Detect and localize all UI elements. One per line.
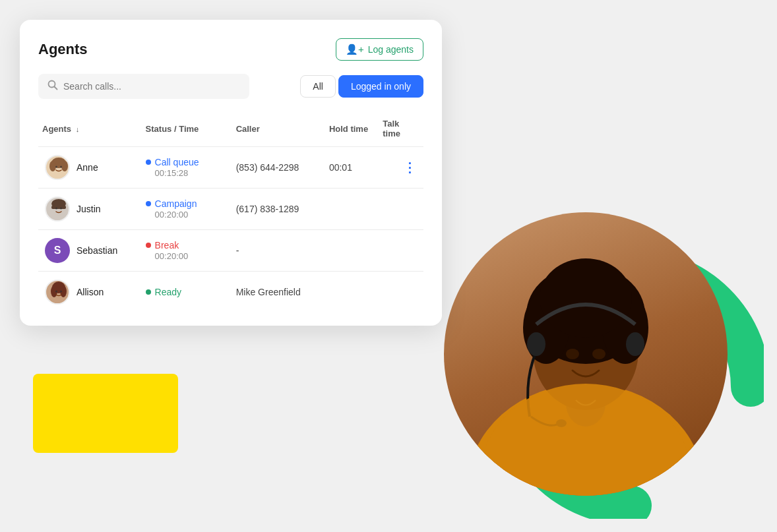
avatar [45, 155, 70, 180]
svg-point-9 [592, 349, 606, 359]
status-cell: Break 00:20:00 [139, 230, 230, 272]
status-time: 00:15:28 [146, 168, 223, 178]
status-dot [146, 289, 151, 295]
scene: Agents 👤+ Log agents All Logged in only [0, 0, 777, 532]
yellow-accent-decoration [33, 374, 178, 453]
hold-time-cell [323, 189, 376, 230]
agent-name: Allison [77, 287, 104, 297]
search-box [38, 74, 249, 99]
table-row: Allison Ready Mike Greenfield [38, 272, 423, 313]
agent-name-cell: Justin [38, 189, 139, 230]
svg-rect-26 [51, 206, 66, 209]
status-dot [146, 201, 151, 206]
table-row: Justin Campaign 00:20:00 (617) 838-1289 [38, 189, 423, 230]
table-header-row: Agents ↓ Status / Time Caller Hold time … [38, 113, 423, 147]
hold-time-cell: 00:01 [323, 147, 376, 189]
svg-point-20 [61, 161, 68, 171]
col-header-agents: Agents ↓ [38, 113, 139, 147]
search-filter-row: All Logged in only [38, 74, 423, 99]
status-time: 00:20:00 [146, 210, 223, 220]
hold-time-cell [323, 272, 376, 313]
log-agents-icon: 👤+ [346, 44, 364, 55]
svg-point-8 [566, 349, 579, 359]
more-options-cell [376, 189, 423, 230]
status-dot [146, 160, 151, 165]
filter-all-button[interactable]: All [300, 75, 336, 98]
hold-time-cell [323, 230, 376, 272]
caller-cell: - [230, 230, 323, 272]
status-dot [146, 243, 151, 248]
more-options-cell: ⋮ [376, 147, 423, 189]
svg-point-34 [55, 291, 57, 293]
table-body: Anne Call queue 00:15:28 (853) 644-2298 … [38, 147, 423, 313]
search-icon [47, 80, 58, 93]
svg-point-10 [527, 332, 545, 356]
agent-photo [444, 212, 728, 496]
agent-name-cell: Anne [38, 147, 139, 189]
log-agents-label: Log agents [368, 44, 414, 55]
svg-point-11 [626, 332, 644, 356]
search-input[interactable] [63, 81, 240, 92]
status-name: Call queue [155, 157, 199, 167]
col-header-hold: Hold time [323, 113, 376, 147]
agent-name: Justin [77, 204, 101, 214]
agent-name-cell: S Sebastian [38, 230, 139, 272]
svg-point-19 [49, 161, 56, 171]
status-cell: Campaign 00:20:00 [139, 189, 230, 230]
svg-point-28 [60, 208, 62, 210]
col-header-talk: Talk time [376, 113, 423, 147]
status-cell: Call queue 00:15:28 [139, 147, 230, 189]
avatar [45, 280, 70, 305]
agents-table: Agents ↓ Status / Time Caller Hold time … [38, 113, 423, 312]
caller-cell: Mike Greenfield [230, 272, 323, 313]
caller-cell: (853) 644-2298 [230, 147, 323, 189]
caller-cell: (617) 838-1289 [230, 189, 323, 230]
col-header-status: Status / Time [139, 113, 230, 147]
status-name: Campaign [155, 198, 197, 209]
status-name: Break [155, 240, 179, 251]
svg-point-22 [60, 166, 62, 168]
status-time: 00:20:00 [146, 251, 223, 261]
agent-name-cell: Allison [38, 272, 139, 313]
status-cell: Ready [139, 272, 230, 313]
agent-name: Sebastian [77, 245, 117, 256]
filter-group: All Logged in only [300, 75, 423, 98]
more-options-cell [376, 272, 423, 313]
more-options-button[interactable]: ⋮ [403, 160, 417, 175]
sort-icon: ↓ [76, 125, 80, 133]
avatar [45, 196, 70, 222]
avatar: S [45, 238, 70, 263]
log-agents-button[interactable]: 👤+ Log agents [336, 38, 423, 61]
svg-point-7 [540, 258, 632, 338]
status-name: Ready [155, 287, 181, 297]
svg-point-21 [55, 166, 57, 168]
col-header-caller: Caller [230, 113, 323, 147]
svg-point-35 [60, 291, 62, 293]
agent-name: Anne [77, 162, 98, 173]
more-options-cell [376, 230, 423, 272]
svg-point-27 [55, 208, 57, 210]
card-header: Agents 👤+ Log agents [38, 38, 423, 61]
agents-card: Agents 👤+ Log agents All Logged in only [20, 20, 442, 326]
filter-logged-in-button[interactable]: Logged in only [338, 75, 423, 98]
table-row: Anne Call queue 00:15:28 (853) 644-2298 … [38, 147, 423, 189]
card-title: Agents [38, 41, 88, 58]
svg-line-15 [55, 87, 57, 90]
table-row: S Sebastian Break 00:20:00 - [38, 230, 423, 272]
